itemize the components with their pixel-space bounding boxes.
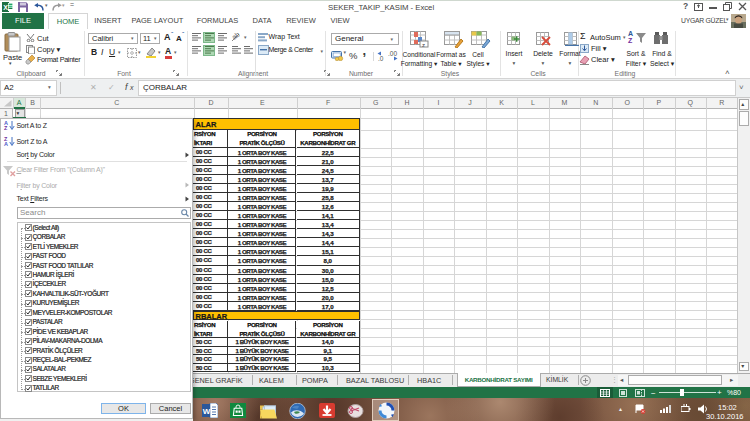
svg-text:ab: ab <box>231 32 241 41</box>
svg-text:X: X <box>3 4 8 11</box>
svg-text:W: W <box>203 407 211 416</box>
svg-text:z: z <box>422 42 425 48</box>
svg-text:.0: .0 <box>378 55 384 62</box>
